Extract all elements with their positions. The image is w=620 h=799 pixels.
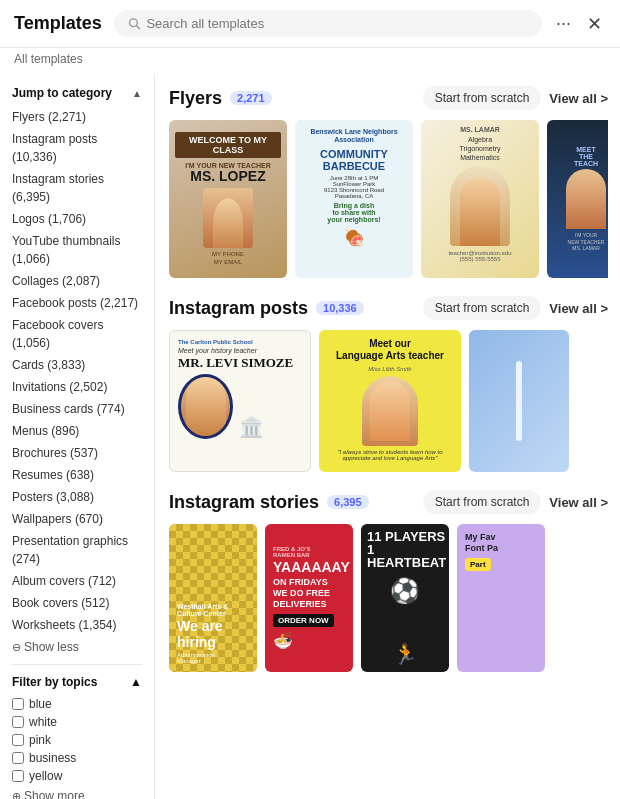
instagram-posts-section: Instagram posts 10,336 Start from scratc… [169,296,608,472]
instagram-stories-section: Instagram stories 6,395 Start from scrat… [169,490,608,672]
sidebar-item-wallpapers[interactable]: Wallpapers (670) [12,508,142,530]
filter-white-checkbox[interactable] [12,716,24,728]
instagram-stories-actions: Start from scratch View all > [423,490,608,514]
sidebar-item-presentation[interactable]: Presentation graphics (274) [12,530,142,570]
show-more-circle-icon: ⊕ [12,790,21,800]
instagram-posts-count: 10,336 [316,301,364,315]
sidebar: Jump to category ▲ Flyers (2,271) Instag… [0,74,155,799]
show-more-link[interactable]: ⊕ Show more [12,789,142,799]
sub-header-label: All templates [14,52,83,66]
filter-pink[interactable]: pink [12,731,142,749]
more-options-button[interactable]: ··· [552,11,575,36]
story-card-3[interactable]: 11 PLAYERS1 HEARTBEAT ⚽ 🏃 [361,524,449,672]
sidebar-item-posters[interactable]: Posters (3,088) [12,486,142,508]
instagram-stories-cards-row: Westhall Arts &Culture Center We arehiri… [169,524,608,672]
sidebar-item-resumes[interactable]: Resumes (638) [12,464,142,486]
story-card-2[interactable]: FRED & JO'SRAMEN BAR YAAAAAAY ON FRIDAYS… [265,524,353,672]
flyer-card-1[interactable]: WELCOME TO MY CLASS I'M YOUR NEW TEACHER… [169,120,287,278]
instagram-posts-header: Instagram posts 10,336 Start from scratc… [169,296,608,320]
sidebar-item-book-covers[interactable]: Book covers (512) [12,592,142,614]
instagram-stories-header: Instagram stories 6,395 Start from scrat… [169,490,608,514]
instagram-posts-actions: Start from scratch View all > [423,296,608,320]
sidebar-divider [12,664,142,665]
flyers-cards-row: WELCOME TO MY CLASS I'M YOUR NEW TEACHER… [169,120,608,278]
sidebar-item-album-covers[interactable]: Album covers (712) [12,570,142,592]
sidebar-item-invitations[interactable]: Invitations (2,502) [12,376,142,398]
search-input[interactable] [146,16,528,31]
sidebar-item-youtube[interactable]: YouTube thumbnails (1,066) [12,230,142,270]
sidebar-item-brochures[interactable]: Brochures (537) [12,442,142,464]
search-icon [128,17,140,30]
sidebar-item-menus[interactable]: Menus (896) [12,420,142,442]
close-button[interactable]: ✕ [583,11,606,37]
category-list: Flyers (2,271) Instagram posts (10,336) … [12,106,142,636]
instagram-stories-scratch-button[interactable]: Start from scratch [423,490,542,514]
flyer-card-3[interactable]: MS. LAMAR AlgebraTrigonometryMathematics… [421,120,539,278]
show-less-link[interactable]: ⊖ Show less [12,640,142,654]
filter-yellow[interactable]: yellow [12,767,142,785]
filter-pink-checkbox[interactable] [12,734,24,746]
filter-section: Filter by topics ▲ blue white pink busin… [12,675,142,799]
flyer-card-4[interactable]: MEETTHETEACH I'M YOURNEW TEACHERMS. LAMA… [547,120,608,278]
filter-chevron-icon: ▲ [130,675,142,689]
sidebar-item-facebook-covers[interactable]: Facebook covers (1,056) [12,314,142,354]
instagram-stories-title: Instagram stories [169,492,319,513]
content-area: Flyers 2,271 Start from scratch View all… [155,74,620,799]
flyer-card-2[interactable]: Benswick Lane Neighbors Association COMM… [295,120,413,278]
instagram-posts-scratch-button[interactable]: Start from scratch [423,296,542,320]
show-less-circle-icon: ⊖ [12,641,21,654]
flyers-section: Flyers 2,271 Start from scratch View all… [169,86,608,278]
header: Templates ··· ✕ [0,0,620,48]
main-layout: Jump to category ▲ Flyers (2,271) Instag… [0,74,620,799]
header-actions: ··· ✕ [552,11,606,37]
flyers-count: 2,271 [230,91,272,105]
instagram-posts-title: Instagram posts [169,298,308,319]
story-card-1[interactable]: Westhall Arts &Culture Center We arehiri… [169,524,257,672]
filter-topics-label: Filter by topics ▲ [12,675,142,689]
filter-blue[interactable]: blue [12,695,142,713]
jump-to-category-label: Jump to category ▲ [12,86,142,100]
sidebar-item-collages[interactable]: Collages (2,087) [12,270,142,292]
search-bar[interactable] [114,10,542,37]
instagram-posts-cards-row: The Carlton Public School Meet your hist… [169,330,608,472]
sidebar-item-instagram-posts[interactable]: Instagram posts (10,336) [12,128,142,168]
sidebar-item-instagram-stories[interactable]: Instagram stories (6,395) [12,168,142,208]
flyers-scratch-button[interactable]: Start from scratch [423,86,542,110]
filter-white[interactable]: white [12,713,142,731]
instagram-stories-count: 6,395 [327,495,369,509]
sub-header: All templates [0,48,620,74]
jump-chevron-icon: ▲ [132,88,142,99]
filter-blue-checkbox[interactable] [12,698,24,710]
filter-business-checkbox[interactable] [12,752,24,764]
ig-card-2[interactable]: Meet ourLanguage Arts teacher Miss Lilit… [319,330,461,472]
filter-yellow-checkbox[interactable] [12,770,24,782]
svg-line-1 [137,26,140,29]
flyers-title: Flyers [169,88,222,109]
sidebar-item-flyers[interactable]: Flyers (2,271) [12,106,142,128]
flyers-view-all-button[interactable]: View all > [549,91,608,106]
flyers-actions: Start from scratch View all > [423,86,608,110]
flyers-section-header: Flyers 2,271 Start from scratch View all… [169,86,608,110]
sidebar-item-business-cards[interactable]: Business cards (774) [12,398,142,420]
app-title: Templates [14,13,104,34]
sidebar-item-cards[interactable]: Cards (3,833) [12,354,142,376]
instagram-stories-view-all-button[interactable]: View all > [549,495,608,510]
sidebar-item-logos[interactable]: Logos (1,706) [12,208,142,230]
instagram-posts-view-all-button[interactable]: View all > [549,301,608,316]
ig-card-1[interactable]: The Carlton Public School Meet your hist… [169,330,311,472]
sidebar-item-facebook-posts[interactable]: Facebook posts (2,217) [12,292,142,314]
ig-card-3[interactable] [469,330,569,472]
story-card-4[interactable]: My FavFont Pa Part [457,524,545,672]
filter-business[interactable]: business [12,749,142,767]
sidebar-item-worksheets[interactable]: Worksheets (1,354) [12,614,142,636]
